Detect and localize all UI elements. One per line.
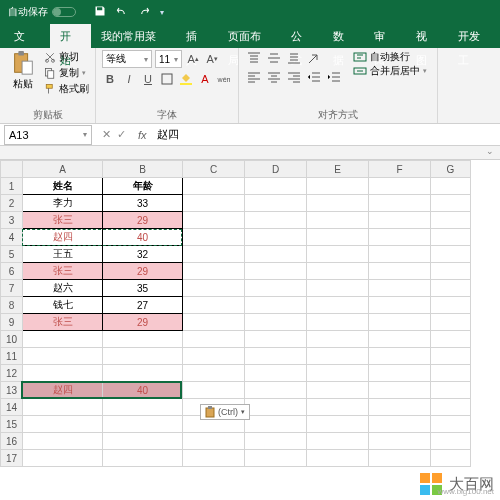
tab-dev[interactable]: 开发工 (448, 24, 500, 48)
align-bottom-icon[interactable] (285, 50, 303, 66)
cell[interactable] (183, 178, 245, 195)
cell[interactable] (245, 280, 307, 297)
row-header[interactable]: 4 (1, 229, 23, 246)
tab-home[interactable]: 开始 (50, 24, 92, 48)
row-header[interactable]: 2 (1, 195, 23, 212)
cell[interactable]: 29 (103, 314, 183, 331)
increase-indent-icon[interactable] (325, 69, 343, 85)
wrap-text-button[interactable]: 自动换行 (349, 50, 431, 64)
col-header-f[interactable]: F (369, 161, 431, 178)
cell[interactable] (369, 331, 431, 348)
cell[interactable] (23, 450, 103, 467)
col-header-c[interactable]: C (183, 161, 245, 178)
cell[interactable]: 27 (103, 297, 183, 314)
cell[interactable] (431, 348, 471, 365)
font-size-select[interactable]: 11▾ (155, 50, 182, 68)
cell[interactable] (307, 348, 369, 365)
cell[interactable] (23, 365, 103, 382)
row-header[interactable]: 5 (1, 246, 23, 263)
cell[interactable] (307, 195, 369, 212)
row-header[interactable]: 7 (1, 280, 23, 297)
cell[interactable]: 29 (103, 212, 183, 229)
align-center-icon[interactable] (265, 69, 283, 85)
cell[interactable] (103, 331, 183, 348)
autosave-toggle[interactable]: 自动保存 (8, 5, 76, 19)
tab-view[interactable]: 视图 (406, 24, 448, 48)
cell[interactable] (245, 229, 307, 246)
cell[interactable] (183, 229, 245, 246)
cell[interactable] (369, 229, 431, 246)
cell[interactable] (183, 314, 245, 331)
tab-data[interactable]: 数据 (323, 24, 365, 48)
cell[interactable] (103, 450, 183, 467)
copy-button[interactable]: 复制▾ (44, 66, 89, 80)
cell[interactable]: 年龄 (103, 178, 183, 195)
cell[interactable] (245, 399, 307, 416)
cell[interactable] (103, 433, 183, 450)
cell[interactable]: 李力 (23, 195, 103, 212)
align-right-icon[interactable] (285, 69, 303, 85)
cell[interactable]: 王五 (23, 246, 103, 263)
cell[interactable] (369, 450, 431, 467)
cell[interactable] (245, 348, 307, 365)
cell[interactable]: 40 (103, 382, 183, 399)
cancel-icon[interactable]: ✕ (102, 128, 111, 141)
formula-bar-expand[interactable]: ⌄ (0, 146, 500, 160)
cell[interactable]: 赵四 (23, 382, 103, 399)
tab-layout[interactable]: 页面布局 (218, 24, 281, 48)
save-icon[interactable] (94, 5, 106, 19)
cell[interactable] (103, 399, 183, 416)
cell[interactable] (245, 297, 307, 314)
cell[interactable] (183, 382, 245, 399)
col-header-d[interactable]: D (245, 161, 307, 178)
col-header-g[interactable]: G (431, 161, 471, 178)
cell[interactable]: 40 (103, 229, 183, 246)
cell[interactable]: 29 (103, 263, 183, 280)
tab-insert[interactable]: 插入 (176, 24, 218, 48)
font-name-select[interactable]: 等线▾ (102, 50, 152, 68)
cell[interactable] (245, 365, 307, 382)
cell[interactable] (307, 450, 369, 467)
cell[interactable] (307, 280, 369, 297)
row-header[interactable]: 6 (1, 263, 23, 280)
cell[interactable] (369, 263, 431, 280)
cell[interactable] (183, 331, 245, 348)
cell[interactable] (183, 212, 245, 229)
cell[interactable] (307, 382, 369, 399)
cell[interactable] (103, 365, 183, 382)
cell[interactable] (23, 433, 103, 450)
cell[interactable] (307, 246, 369, 263)
col-header-a[interactable]: A (23, 161, 103, 178)
cell[interactable] (369, 382, 431, 399)
cell[interactable] (245, 382, 307, 399)
cell[interactable] (23, 399, 103, 416)
cell[interactable] (23, 331, 103, 348)
underline-button[interactable]: U (140, 71, 156, 87)
cell[interactable] (431, 450, 471, 467)
select-all-corner[interactable] (1, 161, 23, 178)
col-header-e[interactable]: E (307, 161, 369, 178)
phonetic-button[interactable]: wén (216, 71, 232, 87)
confirm-icon[interactable]: ✓ (117, 128, 126, 141)
cell[interactable] (245, 331, 307, 348)
cell[interactable] (307, 178, 369, 195)
paste-button[interactable]: 粘贴 (6, 50, 40, 96)
row-header[interactable]: 10 (1, 331, 23, 348)
cell[interactable] (369, 399, 431, 416)
row-header[interactable]: 1 (1, 178, 23, 195)
cell[interactable] (369, 178, 431, 195)
tab-review[interactable]: 审阅 (364, 24, 406, 48)
cell[interactable] (307, 416, 369, 433)
cell[interactable] (369, 212, 431, 229)
decrease-indent-icon[interactable] (305, 69, 323, 85)
cell[interactable] (245, 450, 307, 467)
increase-font-icon[interactable]: A▴ (185, 51, 201, 67)
row-header[interactable]: 12 (1, 365, 23, 382)
row-header[interactable]: 11 (1, 348, 23, 365)
cell[interactable] (369, 280, 431, 297)
tab-custom[interactable]: 我的常用菜单 (91, 24, 176, 48)
cell[interactable] (245, 212, 307, 229)
align-left-icon[interactable] (245, 69, 263, 85)
redo-icon[interactable] (138, 5, 150, 19)
cell[interactable] (369, 433, 431, 450)
